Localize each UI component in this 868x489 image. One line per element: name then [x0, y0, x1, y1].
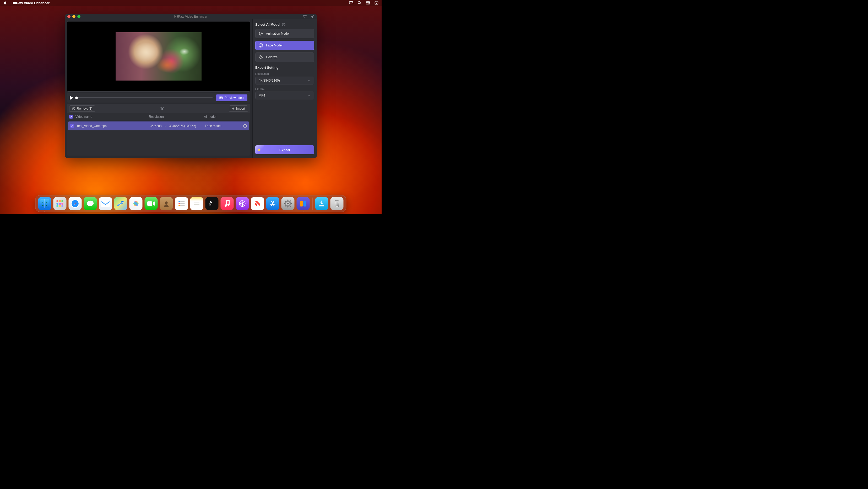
- file-row[interactable]: Test_Video_One.mp4 352*288 3840*2160(109…: [68, 121, 249, 131]
- menubar: HitPaw Video Enhancer: [0, 0, 381, 6]
- svg-point-57: [179, 205, 180, 206]
- import-button[interactable]: Import: [229, 106, 248, 112]
- column-header-resolution: Resolution: [149, 115, 201, 119]
- dock-app-photos[interactable]: [129, 197, 143, 210]
- model-animation-label: Animation Model: [266, 32, 289, 35]
- svg-point-23: [283, 24, 284, 24]
- dock-app-messages[interactable]: [84, 197, 97, 210]
- dock-app-appstore[interactable]: [266, 197, 279, 210]
- dock-app-notes[interactable]: [190, 197, 204, 210]
- dock-downloads[interactable]: [315, 197, 329, 210]
- svg-text:tv: tv: [209, 203, 212, 206]
- row-filename: Test_Video_One.mp4: [76, 124, 147, 128]
- info-icon[interactable]: [282, 23, 285, 26]
- svg-point-7: [369, 3, 369, 4]
- select-all-checkbox[interactable]: [69, 115, 73, 119]
- file-list-toolbar: Remove(1) Import: [67, 104, 250, 113]
- dock-app-facetime[interactable]: [145, 197, 158, 210]
- svg-point-11: [306, 18, 306, 18]
- format-select[interactable]: MP4: [255, 91, 314, 99]
- sparkle-icon: [257, 148, 261, 152]
- svg-rect-37: [57, 203, 58, 205]
- progress-knob[interactable]: [75, 96, 78, 99]
- dock-app-safari[interactable]: [69, 197, 82, 210]
- main-pane: Preview effect Remove(1) Import: [65, 19, 252, 158]
- spotlight-icon[interactable]: [358, 1, 362, 5]
- close-window-button[interactable]: [67, 15, 70, 18]
- resolution-value: 4K(3840*2160): [259, 79, 280, 82]
- svg-line-3: [360, 3, 361, 4]
- dock-app-mail[interactable]: [99, 197, 112, 210]
- row-checkbox[interactable]: [70, 124, 74, 128]
- dock-app-tv[interactable]: tv: [206, 197, 219, 210]
- dock-app-podcasts[interactable]: [236, 197, 249, 210]
- dock-app-finder[interactable]: [38, 197, 51, 210]
- export-setting-header: Export Setting: [255, 65, 314, 69]
- dock-app-hitpaw[interactable]: [297, 197, 310, 210]
- column-header-model: AI model: [204, 115, 248, 119]
- zoom-window-button[interactable]: [77, 15, 81, 18]
- window-titlebar[interactable]: HitPaw Video Enhancer: [65, 14, 317, 19]
- svg-rect-40: [57, 205, 58, 207]
- dock-app-maps[interactable]: [114, 197, 127, 210]
- face-model-icon: [258, 43, 264, 48]
- resolution-label: Resolution: [255, 72, 314, 75]
- video-preview: [67, 21, 250, 91]
- colorize-model-icon: [258, 55, 264, 60]
- minimize-window-button[interactable]: [72, 15, 75, 18]
- key-icon[interactable]: [311, 15, 314, 18]
- dock-app-music[interactable]: [221, 197, 234, 210]
- dock-app-reminders[interactable]: [175, 197, 188, 210]
- preview-effect-button[interactable]: Preview effect: [216, 94, 247, 101]
- svg-line-76: [285, 206, 286, 206]
- dock-app-settings[interactable]: [281, 197, 294, 210]
- play-button[interactable]: [70, 96, 73, 100]
- dock-separator: [312, 198, 313, 210]
- dock: tv: [35, 195, 346, 212]
- svg-point-9: [376, 2, 377, 3]
- export-button[interactable]: Export: [255, 145, 314, 154]
- row-remove-button[interactable]: [243, 124, 247, 128]
- user-icon[interactable]: [374, 1, 378, 5]
- screen-mirroring-icon[interactable]: [349, 1, 353, 5]
- dock-app-contacts[interactable]: [160, 197, 173, 210]
- dock-app-launchpad[interactable]: [54, 197, 67, 210]
- svg-rect-51: [147, 201, 152, 206]
- chevron-down-icon: [308, 94, 311, 96]
- svg-point-10: [304, 18, 305, 18]
- layers-icon[interactable]: [160, 107, 164, 110]
- svg-rect-1: [350, 2, 352, 3]
- svg-point-33: [46, 202, 47, 203]
- export-button-label: Export: [279, 148, 290, 152]
- remove-button[interactable]: Remove(1): [69, 106, 95, 112]
- control-center-icon[interactable]: [366, 1, 370, 5]
- row-source-resolution: 352*288: [150, 124, 162, 128]
- apple-menu-icon[interactable]: [3, 1, 7, 5]
- model-animation-button[interactable]: Animation Model: [255, 29, 314, 38]
- menubar-app-name[interactable]: HitPaw Video Enhancer: [11, 1, 50, 5]
- dock-trash[interactable]: [331, 197, 344, 210]
- svg-point-12: [311, 16, 312, 18]
- svg-point-32: [42, 202, 43, 203]
- model-colorize-button[interactable]: Colorize: [255, 53, 314, 62]
- svg-point-27: [260, 45, 260, 45]
- animation-model-icon: [258, 31, 264, 36]
- cart-icon[interactable]: [303, 15, 307, 18]
- format-label: Format: [255, 87, 314, 90]
- column-header-name: Video name: [75, 115, 146, 119]
- progress-slider[interactable]: [76, 97, 213, 98]
- dock-app-news[interactable]: [251, 197, 264, 210]
- row-model: Face Model: [205, 124, 241, 128]
- svg-rect-45: [101, 200, 110, 207]
- svg-rect-77: [300, 201, 303, 206]
- format-value: MP4: [259, 94, 265, 97]
- svg-rect-78: [304, 201, 306, 206]
- model-face-button[interactable]: Face Model: [255, 41, 314, 50]
- svg-point-68: [287, 203, 289, 205]
- model-face-label: Face Model: [266, 44, 282, 47]
- window-traffic-lights[interactable]: [67, 15, 81, 18]
- chevron-down-icon: [308, 80, 311, 82]
- svg-rect-13: [219, 97, 222, 99]
- svg-point-2: [358, 1, 360, 4]
- resolution-select[interactable]: 4K(3840*2160): [255, 77, 314, 84]
